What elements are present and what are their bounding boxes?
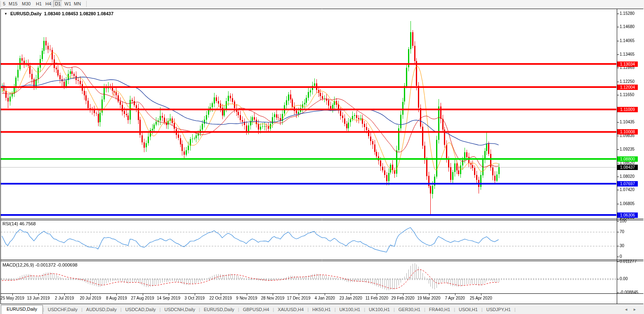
date-tick-label: 20 Jul 2019	[80, 296, 101, 300]
resistance-price-badge: 1.11009	[617, 107, 638, 112]
date-tick-label: 2 Jul 2019	[55, 296, 74, 300]
macd-tick-label: 0.011277	[620, 259, 644, 264]
support-price-badge: 1.08800	[617, 156, 638, 162]
date-tick-label: 7 Apr 2020	[445, 296, 465, 300]
date-tick-label: 17 Dec 2019	[287, 296, 311, 300]
support-price-badge: 1.07697	[617, 181, 638, 187]
price-chart-canvas[interactable]	[0, 0, 644, 314]
date-tick-label: 14 Sep 2019	[157, 296, 180, 300]
price-tick-label: 1.11650	[620, 92, 644, 97]
macd-tick-label: -0.008845	[620, 290, 644, 295]
chart-tab-usdchf-daily[interactable]: USDCHF,Daily	[44, 305, 81, 314]
price-tick-label: 1.13465	[620, 52, 644, 57]
rsi-value: 46.7568	[19, 221, 36, 226]
date-tick-label: 29 Feb 2020	[391, 296, 414, 300]
date-tick-label: 23 Jan 2020	[340, 296, 362, 300]
rsi-tick-label: 100	[620, 219, 644, 224]
price-tick-label: 1.12250	[620, 79, 644, 84]
price-tick-label: 1.07420	[620, 187, 644, 192]
chart-ohlc-values: 1.08340 1.08453 1.08280 1.08437	[44, 11, 113, 16]
price-tick-label: 1.09235	[620, 147, 644, 152]
date-tick-label: 27 Aug 2019	[131, 296, 154, 300]
chart-tab-usdcnh-daily[interactable]: USDCNH,Daily	[160, 305, 199, 314]
rsi-tick-label: 0	[620, 254, 644, 259]
price-tick-label: 1.10435	[620, 120, 644, 125]
chart-tab-fra40-h1[interactable]: FRA40,H1	[425, 305, 454, 314]
date-tick-label: 28 Nov 2019	[261, 296, 285, 300]
date-tick-label: 25 May 2019	[0, 296, 24, 300]
timeframe-button-5[interactable]: 5	[2, 1, 7, 7]
timeframe-toolbar: 5M15M30H1H4D1W1MN	[0, 0, 644, 8]
chart-symbol-period: EURUSD,Daily	[10, 11, 42, 16]
timeframe-button-h1[interactable]: H1	[35, 1, 43, 7]
chart-tab-gbpusd-h4[interactable]: GBPUSD,H4	[239, 305, 273, 314]
date-tick-label: 25 Apr 2020	[470, 296, 492, 300]
chart-tab-uk100-h1[interactable]: UK100,H1	[365, 305, 394, 314]
chart-tab-xauusd-h4[interactable]: XAUUSD,H4	[274, 305, 307, 314]
tab-scroll-left-icon[interactable]: ◄	[624, 307, 633, 312]
chart-tab-eurusd-daily[interactable]: EURUSD,Daily	[1, 305, 43, 314]
timeframe-button-h4[interactable]: H4	[44, 1, 52, 7]
price-tick-label: 1.08020	[620, 174, 644, 179]
chart-tab-audusd-daily[interactable]: AUDUSD,Daily	[83, 305, 120, 314]
date-tick-label: 19 Mar 2020	[418, 296, 441, 300]
price-tick-label: 1.15280	[620, 11, 644, 16]
toolbar-separator	[86, 1, 87, 7]
price-tick-label: 1.14065	[620, 38, 644, 43]
timeframe-button-m15[interactable]: M15	[7, 1, 19, 7]
chart-tab-uk100-h1[interactable]: UK100,H1	[335, 305, 364, 314]
date-tick-label: 13 Jun 2019	[27, 296, 50, 300]
rsi-tick-label: 30	[620, 243, 644, 248]
timeframe-button-d1[interactable]: D1	[53, 0, 62, 7]
chart-tab-eurusd-daily[interactable]: EURUSD,Daily	[200, 305, 238, 314]
chart-dropdown-icon[interactable]: ▼	[4, 12, 7, 16]
resistance-price-badge: 1.12004	[617, 85, 638, 90]
chart-tab-bar: EURUSD,Daily|USDCHF,Daily|AUDUSD,Daily|U…	[0, 305, 644, 314]
rsi-name: RSI(14)	[2, 221, 18, 226]
timeframe-button-w1[interactable]: W1	[63, 1, 73, 7]
tab-scroll-right-icon[interactable]: ►	[633, 307, 642, 312]
support-price-badge: 1.06306	[617, 212, 638, 218]
rsi-indicator-label: RSI(14) 46.7568	[2, 221, 36, 226]
date-tick-label: 8 Aug 2019	[106, 296, 127, 300]
macd-indicator-label: MACD(12,26,9) -0.001372 -0.000698	[2, 262, 78, 267]
timeframe-button-m30[interactable]: M30	[21, 1, 32, 7]
chart-tab-usdcad-daily[interactable]: USDCAD,Daily	[122, 305, 160, 314]
date-tick-label: 11 Feb 2020	[366, 296, 388, 300]
chart-title-overlay: ▼EURUSD,Daily 1.08340 1.08453 1.08280 1.…	[4, 11, 113, 16]
toolbar-separator	[0, 1, 1, 7]
resistance-price-badge: 1.13034	[617, 61, 638, 67]
tab-scroll-arrows: ◄►	[624, 307, 642, 312]
resistance-price-badge: 1.10008	[617, 129, 638, 135]
date-tick-label: 3 Oct 2019	[184, 296, 205, 300]
date-tick-label: 4 Jan 2020	[314, 296, 335, 300]
date-tick-label: 9 Nov 2019	[236, 296, 257, 300]
chart-tab-ger30-h1[interactable]: GER30,H1	[395, 305, 424, 314]
mt4-window: { "toolbar": { "buttons": ["5","M15","M3…	[0, 0, 644, 314]
date-tick-label: 22 Oct 2019	[210, 296, 232, 300]
chart-tab-hk50-h1[interactable]: HK50,H1	[309, 305, 335, 314]
tab-separator: |	[514, 307, 516, 314]
chart-tab-usdjpy-h1[interactable]: USDJPY,H1	[483, 305, 514, 314]
price-tick-label: 1.14680	[620, 24, 644, 29]
macd-name: MACD(12,26,9)	[2, 262, 34, 267]
timeframe-button-mn[interactable]: MN	[73, 1, 82, 7]
chart-tab-usoil-h1[interactable]: USOil,H1	[455, 305, 481, 314]
current-price-badge: 1.08437	[617, 165, 638, 170]
rsi-tick-label: 70	[620, 229, 644, 234]
price-tick-label: 1.06805	[620, 201, 644, 206]
macd-tick-label: 0.00	[620, 276, 644, 281]
macd-values: -0.001372 -0.000698	[35, 262, 77, 267]
